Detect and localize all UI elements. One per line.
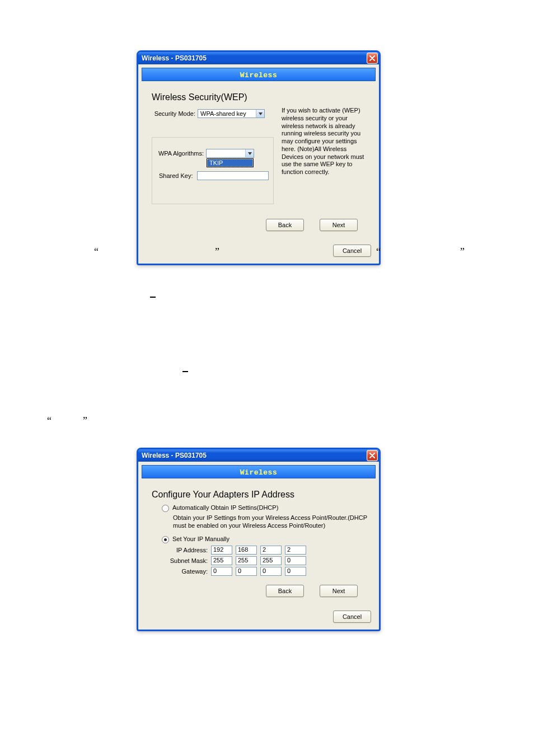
titlebar[interactable]: Wireless - PS031705 xyxy=(138,52,379,64)
ip-octet-2[interactable]: 168 xyxy=(236,546,257,555)
next-button[interactable]: Next xyxy=(320,585,358,597)
info-text: If you wish to activate (WEP) wireless s… xyxy=(282,107,366,176)
banner: Wireless xyxy=(142,68,376,81)
banner: Wireless xyxy=(142,465,376,478)
window-title: Wireless - PS031705 xyxy=(142,54,367,62)
radio-manual-label: Set Your IP Manually xyxy=(172,536,229,542)
quote-close: ” xyxy=(83,415,87,427)
cancel-button[interactable]: Cancel xyxy=(333,245,371,257)
ip-octet-1[interactable]: 192 xyxy=(211,546,232,555)
wpa-algorithms-dropdown[interactable]: TKIP xyxy=(207,158,254,167)
ip-address-label: IP Address: xyxy=(162,547,211,553)
security-mode-value: WPA-shared key xyxy=(198,110,256,117)
content-area: Configure Your Adapters IP Address Autom… xyxy=(142,482,376,602)
chevron-down-icon xyxy=(256,110,264,118)
quote-open: “ xyxy=(47,415,51,427)
window-title: Wireless - PS031705 xyxy=(142,452,367,459)
gateway-octet-3[interactable]: 0 xyxy=(260,567,282,576)
dhcp-description: Obtain your IP Settings from your Wirele… xyxy=(173,514,374,530)
close-icon[interactable] xyxy=(367,450,378,461)
dash-line xyxy=(182,371,188,372)
page-heading: Configure Your Adapters IP Address xyxy=(152,490,366,500)
quote-open: “ xyxy=(376,246,381,258)
subnet-octet-3[interactable]: 255 xyxy=(260,556,282,565)
subnet-octet-2[interactable]: 255 xyxy=(236,556,257,565)
shared-key-label: Shared Key: xyxy=(157,172,197,179)
chevron-down-icon xyxy=(245,149,254,157)
security-mode-label: Security Mode: xyxy=(152,110,198,117)
gateway-octet-1[interactable]: 0 xyxy=(211,567,232,576)
ip-octet-4[interactable]: 2 xyxy=(285,546,306,555)
banner-text: Wireless xyxy=(240,468,277,477)
wireless-security-dialog: Wireless - PS031705 Wireless Wireless Se… xyxy=(137,50,381,265)
page-heading: Wireless Security(WEP) xyxy=(152,92,366,102)
cancel-button[interactable]: Cancel xyxy=(333,611,371,623)
gateway-octet-4[interactable]: 0 xyxy=(285,567,306,576)
security-mode-select[interactable]: WPA-shared key xyxy=(198,109,265,118)
radio-dhcp[interactable] xyxy=(162,505,169,512)
subnet-octet-1[interactable]: 255 xyxy=(211,556,232,565)
gateway-octet-2[interactable]: 0 xyxy=(236,567,257,576)
radio-manual[interactable] xyxy=(162,536,169,543)
shared-key-input[interactable] xyxy=(197,171,269,180)
ip-octet-3[interactable]: 2 xyxy=(260,546,282,555)
ip-config-dialog: Wireless - PS031705 Wireless Configure Y… xyxy=(137,448,381,631)
titlebar[interactable]: Wireless - PS031705 xyxy=(138,449,379,462)
quote-open: “ xyxy=(94,246,99,258)
next-button[interactable]: Next xyxy=(320,219,358,231)
wpa-algorithms-select[interactable]: TKIP xyxy=(206,149,254,158)
quote-close: ” xyxy=(215,246,219,258)
subnet-octet-4[interactable]: 0 xyxy=(285,556,306,565)
content-area: Wireless Security(WEP) Security Mode: WP… xyxy=(142,84,376,236)
quote-close: ” xyxy=(460,246,465,258)
wpa-algorithms-label: WPA Algorithms: xyxy=(157,150,206,157)
wpa-option-tkip[interactable]: TKIP xyxy=(207,159,253,167)
back-button[interactable]: Back xyxy=(266,219,304,231)
dash-line xyxy=(150,297,156,298)
back-button[interactable]: Back xyxy=(266,585,304,597)
close-icon[interactable] xyxy=(367,53,378,64)
subnet-mask-label: Subnet Mask: xyxy=(162,557,211,564)
banner-text: Wireless xyxy=(240,71,277,79)
radio-dhcp-label: Automatically Obtain IP Settins(DHCP) xyxy=(172,504,278,511)
wpa-panel: WPA Algorithms: TKIP Shared Key: xyxy=(152,137,274,204)
gateway-label: Gateway: xyxy=(162,568,211,575)
